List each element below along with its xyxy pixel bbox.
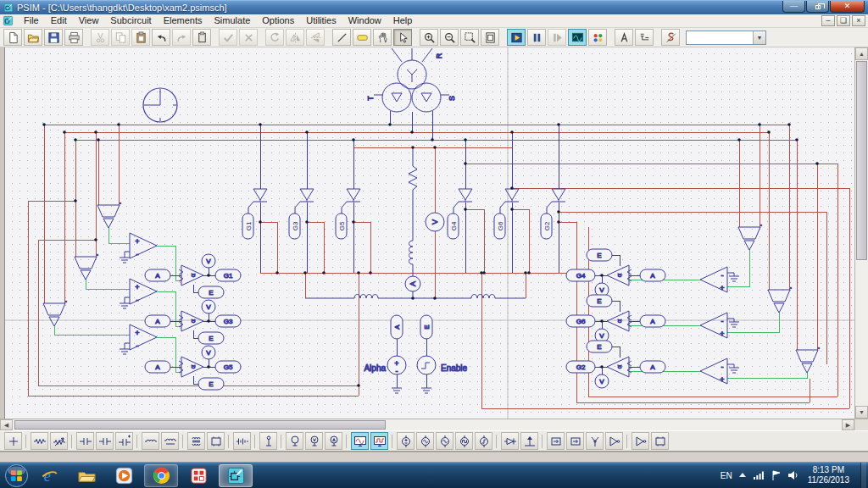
pan-button[interactable] [373,29,392,46]
element-inductor-coupled[interactable] [161,432,179,450]
menu-edit[interactable]: Edit [45,14,73,27]
draw-wire-button[interactable] [332,29,351,46]
element-machine-block[interactable] [586,432,604,450]
element-transformer-3phase[interactable] [207,432,225,450]
time-probe[interactable] [143,88,177,122]
element-switch-module[interactable] [547,432,565,450]
menu-simulate[interactable]: Simulate [209,14,257,27]
element-gating-block[interactable] [605,432,623,450]
zoom-combobox-input[interactable] [687,31,753,44]
copy-button[interactable] [111,29,130,46]
element-converter-block[interactable] [566,432,584,450]
scroll-down-button[interactable]: ▼ [855,406,868,419]
menu-utilities[interactable]: Utilities [300,14,342,27]
pause-simulation-button[interactable] [527,29,546,46]
element-source-sine[interactable] [436,432,453,450]
restore-button[interactable] [806,1,829,13]
taskbar-psim[interactable] [219,464,253,487]
undo-button[interactable] [152,29,170,46]
element-junction[interactable] [4,432,22,450]
vertical-scrollbar[interactable]: ▲ ▼ [854,47,868,419]
element-inductor[interactable] [142,432,159,450]
element-current-sensor[interactable] [520,432,538,450]
flip-vertical-button[interactable] [306,29,325,46]
element-list-button[interactable] [635,29,654,46]
vertical-scroll-thumb[interactable] [856,61,867,260]
taskbar-windows-explorer[interactable] [70,464,103,487]
horizontal-scroll-thumb[interactable] [14,420,386,430]
select-button[interactable] [393,29,412,46]
taskbar-chrome[interactable] [144,464,178,487]
element-voltage-probe[interactable] [286,432,303,450]
gating-channel-g4[interactable]: G4 α A E V - + [566,249,739,297]
zoom-in-button[interactable] [420,29,438,46]
simview-button[interactable] [568,29,587,46]
save-button[interactable] [44,29,63,46]
element-ammeter[interactable] [325,432,342,450]
element-voltmeter[interactable] [305,432,323,450]
taskbar-remote-app[interactable] [181,464,215,487]
enable-source[interactable]: E Enable [417,315,468,393]
text-tool-button[interactable] [615,29,633,46]
three-phase-source[interactable]: R T S [366,48,456,112]
thyristor-bridge[interactable]: G1 G3 G5 G4 G6 G2 [242,189,565,239]
show-desktop-button[interactable] [860,463,866,488]
system-clock[interactable]: 8:13 PM 11/26/2013 [808,465,849,485]
menu-subcircuit[interactable]: Subcircuit [104,14,157,27]
clipboard-button[interactable] [192,29,211,46]
schematic-canvas[interactable]: R T S G1 G3 G5 G4 G6 G2 [5,47,854,419]
element-source-ac[interactable] [416,432,434,450]
element-scope-2channel[interactable] [370,432,388,450]
rotate-button[interactable] [265,29,284,46]
element-ground-probe[interactable] [259,432,277,450]
element-capacitor-variable[interactable] [96,432,114,450]
flip-horizontal-button[interactable] [286,29,304,46]
element-transformer[interactable] [187,432,205,450]
mdi-close-button[interactable]: × [852,15,865,26]
menu-help[interactable]: Help [387,14,419,27]
step-simulation-button[interactable] [548,29,566,46]
hidden-icons-chevron[interactable] [738,471,747,480]
cancel-button[interactable] [239,29,258,46]
apply-button[interactable] [219,29,237,46]
paste-button[interactable] [131,29,150,46]
zoom-combobox[interactable]: ▼ [686,30,766,45]
element-scope-1channel[interactable] [351,432,369,450]
zoom-area-button[interactable] [460,29,479,46]
menu-options[interactable]: Options [256,14,300,27]
minimize-button[interactable]: — [782,1,805,13]
horizontal-scrollbar[interactable]: ◀ ▶ [0,419,854,430]
alpha-source[interactable]: A + - Alpha [364,315,406,393]
redo-button[interactable] [172,29,191,46]
print-button[interactable] [64,29,83,46]
taskbar-media-player[interactable] [107,464,141,487]
mdi-restore-button[interactable]: ❏ [837,15,850,26]
start-button[interactable] [2,463,31,488]
fit-to-page-button[interactable] [481,29,499,46]
scroll-left-button[interactable]: ◀ [0,419,13,430]
cut-button[interactable] [91,29,109,46]
element-battery[interactable] [233,432,251,450]
element-capacitor-polarized[interactable] [115,432,133,450]
element-op-amp-block[interactable] [632,432,649,450]
gating-channel-g6[interactable]: G6 α A E V - + [566,295,739,342]
element-source-dc[interactable] [397,432,415,450]
element-diode[interactable] [501,432,519,450]
gating-channel-g2[interactable]: G2 α A E V - + [566,341,739,388]
runtime-graph-button[interactable] [588,29,607,46]
element-function-block[interactable] [651,432,669,450]
signal-wires[interactable] [170,111,640,388]
menu-elements[interactable]: Elements [158,14,209,27]
element-source-square[interactable] [455,432,473,450]
control-wires[interactable] [54,228,807,378]
menu-file[interactable]: File [18,14,45,27]
language-indicator[interactable]: EN [721,471,732,480]
taskbar-internet-explorer[interactable] [32,464,66,487]
open-file-button[interactable] [24,29,42,46]
place-label-button[interactable] [353,29,371,46]
close-button[interactable]: ✕ [830,1,865,13]
menu-window[interactable]: Window [342,14,387,27]
action-center-flag-icon[interactable] [771,469,782,481]
run-simulation-button[interactable] [507,29,526,46]
scroll-up-button[interactable]: ▲ [855,47,868,60]
